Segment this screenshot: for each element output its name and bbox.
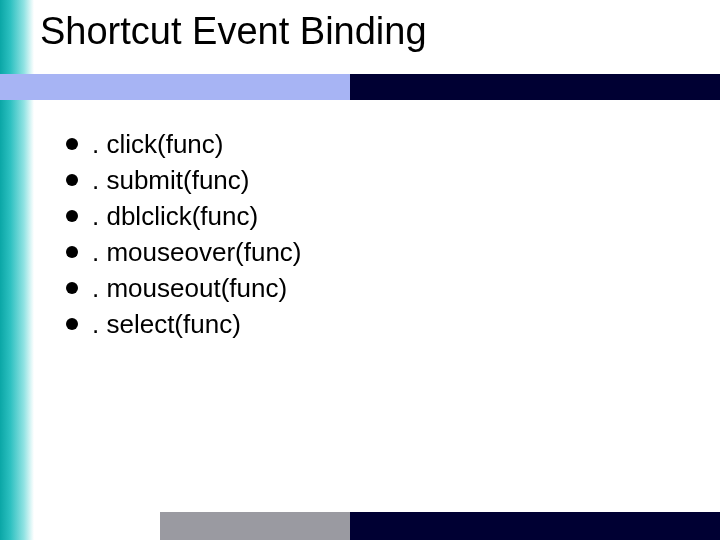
bullet-text: . submit(func)	[92, 165, 250, 196]
bullet-text: . select(func)	[92, 309, 241, 340]
band-dark-segment	[350, 74, 720, 100]
list-item: . submit(func)	[66, 162, 302, 198]
bullet-text: . dblclick(func)	[92, 201, 258, 232]
list-item: . dblclick(func)	[66, 198, 302, 234]
bullet-icon	[66, 210, 78, 222]
bullet-text: . mouseover(func)	[92, 237, 302, 268]
bullet-icon	[66, 174, 78, 186]
list-item: . mouseout(func)	[66, 270, 302, 306]
bullet-text: . mouseout(func)	[92, 273, 287, 304]
bullet-text: . click(func)	[92, 129, 223, 160]
band-light-segment	[0, 74, 350, 100]
bullet-icon	[66, 246, 78, 258]
slide-title: Shortcut Event Binding	[40, 10, 427, 53]
bullet-icon	[66, 138, 78, 150]
list-item: . click(func)	[66, 126, 302, 162]
list-item: . select(func)	[66, 306, 302, 342]
list-item: . mouseover(func)	[66, 234, 302, 270]
bullet-icon	[66, 318, 78, 330]
bullet-list: . click(func) . submit(func) . dblclick(…	[66, 126, 302, 342]
footer-bar-dark	[350, 512, 720, 540]
bullet-icon	[66, 282, 78, 294]
title-underline-band	[0, 74, 720, 100]
footer-bar-grey	[160, 512, 350, 540]
